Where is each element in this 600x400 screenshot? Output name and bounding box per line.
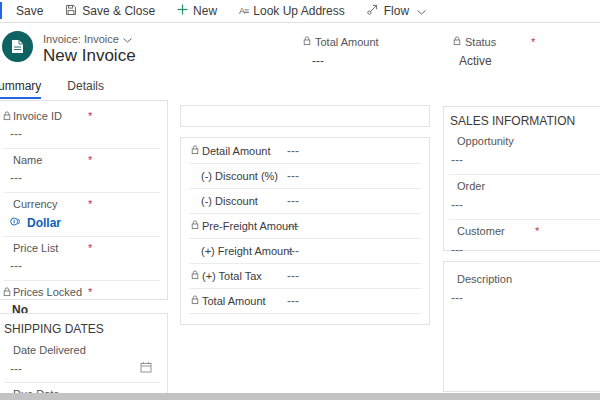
- required-asterisk: *: [88, 154, 92, 166]
- sales-information-title: SALES INFORMATION: [449, 107, 600, 130]
- currency-value: Dollar: [27, 216, 61, 230]
- name-value[interactable]: ---: [10, 171, 154, 186]
- invoice-id-field: Invoice ID * ---: [4, 105, 160, 149]
- totals-section: Detail Amount --- (-) Discount (%) --- (…: [180, 137, 430, 325]
- prices-locked-label-row: Prices Locked *: [4, 285, 154, 299]
- detail-amount-value[interactable]: ---: [287, 144, 299, 158]
- price-list-field: Price List * ---: [4, 237, 160, 281]
- calendar-icon[interactable]: [140, 361, 152, 376]
- pre-freight-amount-row: Pre-Freight Amount ---: [189, 214, 421, 239]
- required-asterisk: *: [88, 242, 92, 254]
- horizontal-scrollbar-thumb[interactable]: [0, 393, 600, 400]
- lock-icon: [191, 270, 199, 282]
- currency-field: Currency * Dollar: [4, 193, 160, 237]
- description-label-row: Description: [449, 272, 600, 286]
- name-label-row: Name *: [4, 153, 154, 167]
- invoice-id-label-row: Invoice ID *: [4, 109, 154, 123]
- flow-icon: [367, 4, 379, 18]
- discount-value[interactable]: ---: [287, 194, 299, 208]
- save-button-label: Save: [16, 4, 43, 18]
- sales-information-section: SALES INFORMATION Opportunity --- Order …: [443, 106, 600, 251]
- customer-label: Customer: [457, 225, 505, 237]
- save-button[interactable]: Save: [5, 0, 54, 22]
- record-type-label: Invoice: Invoice: [43, 33, 119, 45]
- tab-details[interactable]: Details: [67, 79, 104, 99]
- detail-amount-label: Detail Amount: [202, 145, 270, 157]
- description-section: Description ---: [443, 261, 600, 392]
- price-list-value[interactable]: ---: [10, 259, 154, 274]
- focus-strip: [0, 2, 2, 19]
- description-label: Description: [457, 273, 512, 285]
- new-button-label: New: [193, 4, 217, 18]
- total-tax-label: (+) Total Tax: [202, 270, 262, 282]
- date-delivered-label-row: Date Delivered: [4, 343, 154, 357]
- currency-value-link[interactable]: Dollar: [10, 215, 154, 230]
- record-type-selector[interactable]: Invoice: Invoice: [43, 33, 132, 45]
- lock-icon: [303, 36, 311, 48]
- pre-freight-amount-label: Pre-Freight Amount: [202, 220, 297, 232]
- currency-icon: [10, 216, 22, 230]
- status-value[interactable]: Active: [459, 54, 548, 68]
- general-section: Invoice ID * --- Name * --- Currency * D…: [0, 100, 168, 300]
- discount-percent-value[interactable]: ---: [287, 169, 299, 183]
- invoice-products-placeholder: [180, 105, 430, 127]
- price-list-label: Price List: [13, 242, 58, 254]
- required-asterisk: *: [88, 110, 92, 122]
- opportunity-field: Opportunity ---: [449, 130, 600, 175]
- chevron-down-icon: [123, 33, 132, 45]
- date-delivered-value-row: ---: [10, 361, 154, 376]
- total-tax-value[interactable]: ---: [287, 269, 299, 283]
- plus-icon: [177, 4, 188, 18]
- required-asterisk: *: [88, 198, 92, 210]
- order-field: Order ---: [449, 175, 600, 220]
- horizontal-scrollbar[interactable]: [0, 393, 600, 400]
- currency-label-row: Currency *: [4, 197, 154, 211]
- date-delivered-label: Date Delivered: [13, 344, 86, 356]
- freight-amount-value[interactable]: ---: [287, 244, 299, 258]
- address-book-icon: A≡: [239, 6, 248, 16]
- opportunity-label-row: Opportunity: [449, 134, 600, 148]
- new-button[interactable]: New: [166, 0, 228, 22]
- order-value[interactable]: ---: [451, 198, 600, 213]
- date-delivered-value[interactable]: ---: [10, 362, 22, 376]
- total-amount-label: Total Amount: [315, 36, 379, 48]
- chevron-down-icon[interactable]: [417, 4, 426, 18]
- name-label: Name: [13, 154, 42, 166]
- name-field: Name * ---: [4, 149, 160, 193]
- save-and-close-label: Save & Close: [82, 4, 155, 18]
- required-asterisk: *: [88, 286, 92, 298]
- discount-label: (-) Discount: [201, 195, 258, 207]
- date-delivered-field: Date Delivered ---: [4, 339, 160, 383]
- total-amount-row-label: Total Amount: [202, 295, 266, 307]
- customer-label-row: Customer *: [449, 224, 600, 238]
- save-and-close-button[interactable]: Save & Close: [54, 0, 166, 22]
- save-icon: [65, 4, 77, 19]
- status-label: Status: [465, 36, 496, 48]
- flow-button[interactable]: Flow: [356, 0, 437, 22]
- invoice-entity-icon: [2, 31, 33, 62]
- tab-summary[interactable]: Summary: [0, 79, 41, 99]
- total-amount-row: Total Amount ---: [189, 289, 421, 314]
- flow-button-label: Flow: [384, 4, 409, 18]
- pre-freight-amount-value[interactable]: ---: [287, 219, 299, 233]
- invoice-id-value[interactable]: ---: [10, 127, 154, 142]
- status-label-row: Status *: [453, 36, 548, 48]
- total-amount-label-row: Total Amount: [303, 36, 379, 48]
- lock-icon: [3, 111, 11, 123]
- shipping-dates-title: SHIPPING DATES: [3, 314, 167, 339]
- total-amount-value[interactable]: ---: [312, 54, 379, 68]
- currency-label: Currency: [13, 198, 58, 210]
- price-list-label-row: Price List *: [4, 241, 154, 255]
- customer-value[interactable]: ---: [451, 243, 600, 258]
- description-value[interactable]: ---: [451, 291, 600, 306]
- order-label-row: Order: [449, 179, 600, 193]
- invoice-form-screen: Save Save & Close New A≡ Look Up Address…: [0, 0, 600, 400]
- look-up-address-button[interactable]: A≡ Look Up Address: [228, 0, 356, 22]
- prices-locked-label: Prices Locked: [13, 286, 82, 298]
- total-amount-row-value[interactable]: ---: [287, 294, 299, 308]
- look-up-address-label: Look Up Address: [253, 4, 344, 18]
- lock-icon: [191, 145, 199, 157]
- discount-percent-row: (-) Discount (%) ---: [189, 164, 421, 189]
- invoice-id-label: Invoice ID: [13, 110, 62, 122]
- opportunity-value[interactable]: ---: [451, 153, 600, 168]
